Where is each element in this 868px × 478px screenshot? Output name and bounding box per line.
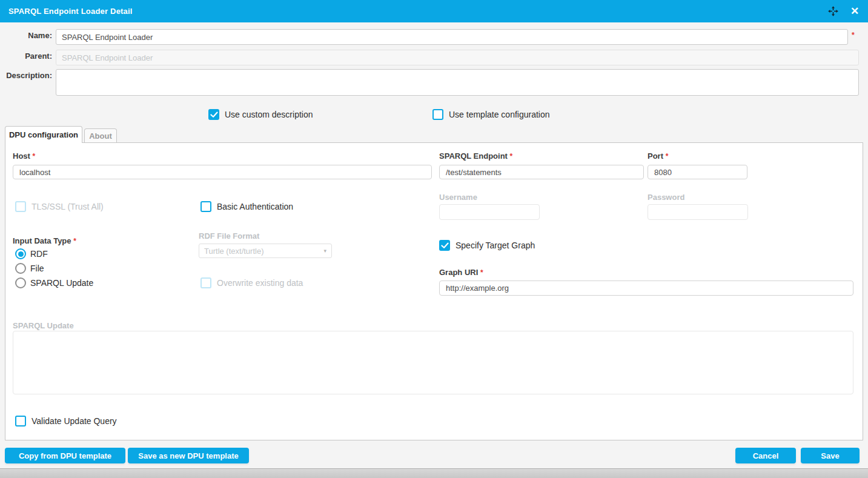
chevron-down-icon: ▾ bbox=[323, 248, 326, 254]
host-input[interactable] bbox=[13, 165, 432, 179]
use-template-configuration-checkbox[interactable]: Use template configuration bbox=[432, 109, 550, 120]
checkbox-box bbox=[15, 201, 26, 212]
basic-authentication-label: Basic Authentication bbox=[217, 202, 293, 211]
graph-uri-required-mark: * bbox=[480, 268, 483, 277]
port-input[interactable] bbox=[648, 165, 747, 179]
username-input bbox=[439, 204, 540, 220]
specify-target-graph-checkbox[interactable]: Specify Target Graph bbox=[439, 240, 535, 251]
radio-file-label: File bbox=[30, 264, 44, 273]
graph-uri-label: Graph URI * bbox=[439, 268, 483, 277]
checkbox-box bbox=[200, 201, 211, 212]
copy-from-dpu-template-button[interactable]: Copy from DPU template bbox=[5, 448, 125, 463]
port-label: Port * bbox=[648, 151, 668, 161]
validate-update-query-checkbox[interactable]: Validate Update Query bbox=[15, 416, 117, 427]
use-template-configuration-label: Use template configuration bbox=[449, 110, 550, 119]
rdf-file-format-value: Turtle (text/turtle) bbox=[204, 247, 263, 256]
password-input bbox=[648, 204, 748, 220]
description-input[interactable] bbox=[56, 69, 859, 96]
name-label: Name: bbox=[0, 31, 52, 40]
host-label: Host * bbox=[13, 151, 35, 161]
password-label: Password bbox=[648, 193, 684, 202]
parent-label: Parent: bbox=[0, 51, 52, 61]
sparql-update-input bbox=[13, 331, 853, 394]
input-data-type-required-mark: * bbox=[73, 237, 76, 245]
close-icon[interactable]: ✕ bbox=[849, 5, 861, 18]
tab-about[interactable]: About bbox=[84, 128, 117, 143]
tls-ssl-checkbox: TLS/SSL (Trust All) bbox=[15, 201, 104, 212]
overwrite-existing-data-checkbox: Overwrite existing data bbox=[200, 277, 303, 288]
graph-uri-input[interactable] bbox=[439, 280, 853, 296]
use-custom-description-checkbox[interactable]: Use custom description bbox=[208, 109, 313, 120]
username-label: Username bbox=[439, 193, 477, 202]
port-required-mark: * bbox=[666, 152, 669, 161]
checkbox-box bbox=[15, 416, 26, 427]
tls-ssl-label: TLS/SSL (Trust All) bbox=[31, 202, 104, 211]
checkbox-box bbox=[200, 277, 211, 288]
validate-update-query-label: Validate Update Query bbox=[31, 416, 117, 426]
name-required-mark: * bbox=[852, 31, 855, 39]
move-icon[interactable] bbox=[827, 5, 839, 18]
name-input[interactable] bbox=[56, 29, 848, 45]
radio-rdf[interactable]: RDF bbox=[15, 248, 48, 259]
radio-ring bbox=[15, 263, 26, 274]
specify-target-graph-label: Specify Target Graph bbox=[456, 241, 535, 250]
window-controls: ✕ bbox=[827, 0, 861, 22]
basic-authentication-checkbox[interactable]: Basic Authentication bbox=[200, 201, 293, 212]
sparql-endpoint-label: SPARQL Endpoint * bbox=[439, 151, 512, 161]
dialog-titlebar: SPARQL Endpoint Loader Detail ✕ bbox=[0, 0, 868, 22]
dpu-detail-dialog: SPARQL Endpoint Loader Detail ✕ Name: * … bbox=[0, 0, 868, 478]
tab-about-label: About bbox=[89, 131, 112, 141]
tab-dpu-configuration[interactable]: DPU configuration bbox=[5, 126, 82, 143]
sparql-endpoint-required-mark: * bbox=[510, 152, 513, 161]
dpu-configuration-panel: Host * SPARQL Endpoint * Port * TLS/SSL … bbox=[5, 142, 863, 440]
dialog-title: SPARQL Endpoint Loader Detail bbox=[8, 7, 133, 16]
radio-ring bbox=[15, 277, 26, 288]
save-button[interactable]: Save bbox=[801, 448, 860, 463]
rdf-file-format-select: Turtle (text/turtle) ▾ bbox=[199, 244, 332, 258]
use-custom-description-label: Use custom description bbox=[225, 110, 313, 119]
cancel-button[interactable]: Cancel bbox=[735, 448, 796, 463]
input-data-type-label: Input Data Type * bbox=[13, 236, 76, 245]
description-label: Description: bbox=[0, 71, 52, 80]
radio-ring bbox=[15, 248, 26, 259]
host-required-mark: * bbox=[33, 152, 36, 161]
radio-rdf-label: RDF bbox=[30, 249, 48, 259]
sparql-update-label: SPARQL Update bbox=[13, 321, 74, 330]
rdf-file-format-label: RDF File Format bbox=[199, 231, 259, 241]
save-as-new-dpu-template-button[interactable]: Save as new DPU template bbox=[128, 448, 249, 463]
radio-sparql-update[interactable]: SPARQL Update bbox=[15, 277, 93, 288]
window-bottom-bar bbox=[0, 468, 868, 478]
parent-input bbox=[56, 50, 859, 65]
tab-dpu-configuration-label: DPU configuration bbox=[9, 130, 78, 139]
radio-file[interactable]: File bbox=[15, 263, 44, 274]
radio-sparql-update-label: SPARQL Update bbox=[30, 278, 93, 288]
checkbox-box bbox=[208, 109, 219, 120]
overwrite-existing-data-label: Overwrite existing data bbox=[217, 278, 303, 288]
sparql-endpoint-input[interactable] bbox=[439, 165, 644, 179]
checkbox-box bbox=[439, 240, 450, 251]
checkbox-box bbox=[432, 109, 443, 120]
